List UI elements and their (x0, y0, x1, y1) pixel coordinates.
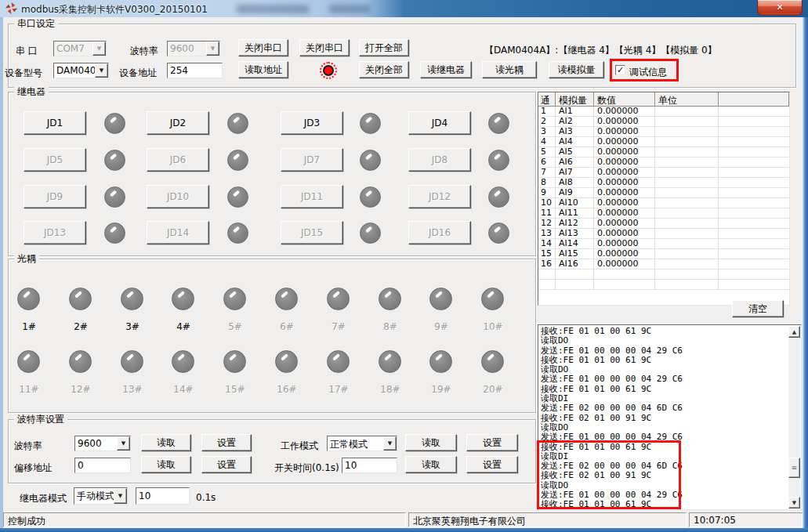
baud-set-button[interactable]: 设置 (201, 434, 252, 451)
relay-button-jd4[interactable]: JD4 (408, 111, 471, 135)
table-cell: 1 (538, 107, 556, 117)
table-cell (556, 270, 594, 280)
table-cell (655, 239, 719, 249)
opto-label-11: 11# (12, 384, 46, 395)
table-cell: 3 (538, 127, 556, 137)
baud2-label: 波特率 (14, 440, 42, 453)
close-serial-button-2[interactable]: 关闭串口 (299, 39, 350, 56)
close-all-button[interactable]: 关闭全部 (359, 61, 409, 78)
read-relay-button[interactable]: 读继电器 (420, 61, 472, 78)
table-cell (655, 280, 719, 290)
table-cell: AI6 (556, 157, 594, 168)
table-header-row: 通模拟量数值单位 (538, 92, 789, 107)
relay-button-jd14: JD14 (147, 221, 209, 244)
relay-led-2 (227, 113, 248, 134)
window-border-bottom (0, 528, 808, 532)
work-mode-set-button[interactable]: 设置 (466, 434, 518, 451)
device-model-select[interactable]: DAM0404A ▼ (53, 63, 109, 78)
chevron-down-icon: ▼ (92, 42, 106, 56)
opto-led-11 (17, 350, 40, 373)
table-cell: AI16 (556, 259, 594, 270)
table-header-1: 通 (538, 92, 556, 107)
table-cell: AI15 (556, 249, 594, 259)
open-all-button[interactable]: 打开全部 (359, 39, 409, 56)
table-cell: 15 (538, 249, 556, 259)
table-cell: AI1 (556, 107, 594, 117)
scrollbar-thumb[interactable]: ≡ (788, 458, 800, 478)
log-text: 接收:FE 01 01 00 61 9C读取DO发送:FE 01 00 00 0… (541, 327, 788, 508)
table-cell: 0.000000 (594, 127, 655, 137)
table-cell: AI4 (556, 137, 594, 147)
switch-time-input[interactable] (342, 458, 397, 473)
work-mode-value: 正常模式 (328, 436, 383, 451)
table-cell: 9 (538, 188, 556, 198)
relay-button-jd2[interactable]: JD2 (147, 111, 209, 135)
offset-set-button[interactable]: 设置 (201, 456, 252, 473)
port-label: 串 口 (16, 45, 38, 58)
opto-label-10: 10# (476, 321, 510, 332)
opto-led-2 (69, 288, 92, 310)
baud2-select[interactable]: 9600 ▼ (74, 436, 131, 451)
opto-label-19: 19# (424, 384, 458, 395)
opto-label-8: 8# (373, 321, 408, 332)
opto-led-15 (223, 350, 246, 373)
table-cell (719, 249, 789, 259)
opto-label-15: 15# (218, 384, 252, 395)
close-button[interactable]: ✕ (757, 0, 803, 16)
switch-time-read-button[interactable]: 读取 (405, 456, 457, 473)
table-row: 11AI110.000000 (538, 208, 789, 219)
relay-mode-value: 手动模式 (74, 488, 114, 504)
opto-led-8 (379, 288, 401, 310)
opto-label-1: 1# (12, 321, 46, 332)
scroll-up-icon[interactable]: ▲ (788, 326, 800, 338)
offset-addr-input[interactable] (74, 458, 131, 473)
table-cell: 0.000000 (594, 219, 655, 229)
read-opto-button[interactable]: 读光耦 (482, 61, 537, 78)
chevron-down-icon: ▼ (383, 436, 397, 451)
relay-button-jd1[interactable]: JD1 (24, 111, 86, 135)
relay-button-jd10: JD10 (147, 185, 209, 208)
debug-log[interactable]: 接收:FE 01 01 00 61 9C读取DO发送:FE 01 00 00 0… (538, 324, 802, 510)
table-row: 2AI20.000000 (538, 117, 789, 127)
table-cell: 13 (538, 229, 556, 239)
work-mode-select[interactable]: 正常模式 ▼ (327, 436, 397, 451)
switch-time-set-button[interactable]: 设置 (466, 456, 518, 473)
work-mode-label: 工作模式 (281, 440, 318, 453)
app-window: modbus采集控制卡软件V0300_20150101 ✕ 串口设定 继电器 光… (0, 0, 808, 532)
relay-mode-select[interactable]: 手动模式 ▼ (74, 487, 128, 505)
scroll-down-icon[interactable]: ▼ (788, 497, 800, 508)
device-model-label: 设备型号 (5, 67, 42, 80)
relay-led-1 (104, 113, 125, 134)
com-port-select: COM7 ▼ (53, 41, 107, 56)
log-scrollbar[interactable]: ▲ ≡ ▼ (788, 326, 800, 508)
table-cell: 2 (538, 117, 556, 127)
opto-led-6 (275, 288, 298, 310)
relay-mode-time-input[interactable] (136, 487, 190, 505)
baud-read-button[interactable]: 读取 (141, 434, 191, 451)
table-row: 13AI130.000000 (538, 229, 789, 239)
relay-button-jd3[interactable]: JD3 (281, 111, 343, 135)
log-line: 接收:FE 01 01 00 61 9C (541, 385, 788, 394)
read-addr-button[interactable]: 读取地址 (238, 61, 288, 78)
table-cell: AI3 (556, 127, 594, 137)
work-mode-read-button[interactable]: 读取 (405, 434, 457, 451)
relay-led-6 (227, 150, 248, 171)
table-cell (719, 239, 789, 249)
table-cell: 0.000000 (594, 178, 655, 188)
relay-led-8 (488, 150, 509, 171)
table-cell: AI10 (556, 198, 594, 208)
table-row: 3AI30.000000 (538, 127, 789, 137)
read-analog-button[interactable]: 读模拟量 (549, 61, 604, 78)
table-cell: AI8 (556, 178, 594, 188)
debug-info-checkbox[interactable]: ✓ (615, 65, 625, 75)
close-serial-button-1[interactable]: 关闭串口 (238, 39, 288, 56)
analog-table[interactable]: 通模拟量数值单位1AI10.0000002AI20.0000003AI30.00… (538, 92, 790, 306)
device-addr-input[interactable] (167, 63, 223, 78)
offset-read-button[interactable]: 读取 (141, 456, 191, 473)
titlebar-smudge (237, 5, 309, 13)
table-cell: 0.000000 (594, 259, 655, 270)
relay-led-15 (360, 223, 381, 244)
opto-label-6: 6# (270, 321, 304, 332)
table-cell (719, 147, 789, 157)
clear-button[interactable]: 清空 (732, 300, 784, 317)
